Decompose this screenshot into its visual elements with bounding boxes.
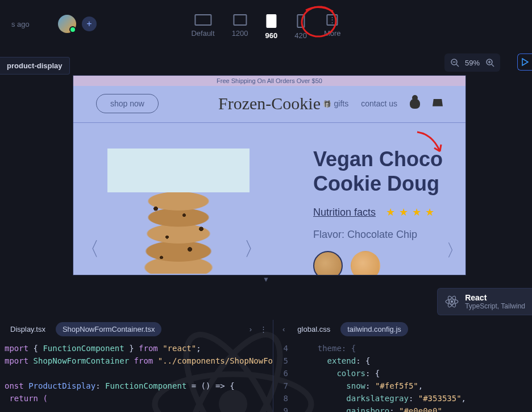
nav-gifts-link[interactable]: gifts: [323, 99, 348, 108]
zoom-value: 59%: [465, 59, 480, 67]
file-tab-globalcss[interactable]: global.css: [290, 322, 337, 336]
svg-point-8: [451, 300, 453, 303]
product-title: Vegan Choco Cookie Doug: [313, 147, 466, 196]
editor-pane-right: ‹ global.css tailwind.config.js 4 theme:…: [273, 320, 532, 412]
svg-line-2: [456, 64, 459, 67]
laptop-icon: [233, 14, 247, 26]
editor-area: Display.tsx ShopNowFormContainer.tsx › ⋮…: [0, 320, 532, 412]
viewport-default[interactable]: Default: [191, 9, 214, 38]
framework-subtitle: TypeScript, Tailwind: [465, 302, 525, 310]
zoom-out-button[interactable]: [449, 57, 460, 68]
cart-icon[interactable]: [433, 99, 443, 108]
viewport-more[interactable]: More: [324, 9, 341, 38]
framework-badge[interactable]: React TypeScript, Tailwind: [437, 288, 532, 315]
preview-canvas: Free Shipping On All Orders Over $50 sho…: [73, 75, 466, 275]
panel-resize-handle[interactable]: ▼: [263, 275, 269, 283]
file-tab-tailwind[interactable]: tailwind.config.js: [340, 322, 408, 336]
viewport-label: 1200: [232, 29, 248, 38]
shop-now-button[interactable]: shop now: [96, 94, 159, 113]
site-header: shop now Frozen-Cookie gifts contact us: [73, 86, 466, 123]
viewport-960[interactable]: 960: [265, 9, 278, 40]
zoom-out-icon: [450, 58, 459, 67]
code-editor-left[interactable]: mport { FunctionComponent } from "react"…: [0, 339, 273, 405]
file-tabs-left: Display.tsx ShopNowFormContainer.tsx › ⋮: [0, 320, 273, 339]
account-icon[interactable]: [410, 98, 420, 109]
desktop-icon: [194, 14, 211, 26]
header-nav: gifts contact us: [323, 98, 443, 109]
flavor-thumbnails: [313, 251, 466, 275]
nutrition-link[interactable]: Nutrition facts: [313, 207, 376, 219]
hero-section: 〈 〉 〉 Vegan Choco Cookie Doug Nutrition …: [73, 123, 466, 274]
viewport-label: 420: [294, 31, 307, 40]
breadcrumb[interactable]: product-display: [0, 57, 70, 75]
file-tab-shopnow[interactable]: ShopNowFormContainer.tsx: [56, 322, 162, 336]
carousel-prev[interactable]: 〈: [80, 236, 99, 262]
product-info: Vegan Choco Cookie Doug Nutrition facts …: [313, 147, 466, 275]
svg-line-5: [492, 64, 494, 67]
rendered-page: Free Shipping On All Orders Over $50 sho…: [73, 76, 466, 275]
viewport-selector: Default 1200 960 420 More: [191, 9, 340, 40]
viewport-1200[interactable]: 1200: [232, 9, 248, 38]
viewport-label: More: [324, 29, 341, 38]
add-button[interactable]: +: [82, 17, 97, 31]
flavor-label: Flavor: Chocolate Chip: [313, 229, 466, 241]
site-logo: Frozen-Cookie: [218, 94, 321, 113]
time-ago-label: s ago: [11, 20, 30, 28]
editor-pane-left: Display.tsx ShopNowFormContainer.tsx › ⋮…: [0, 320, 273, 412]
more-devices-icon: [327, 14, 338, 26]
file-tab-display[interactable]: Display.tsx: [3, 322, 52, 336]
zoom-in-icon: [485, 58, 494, 67]
tabs-scroll-left[interactable]: ‹: [280, 325, 287, 333]
viewport-label: 960: [265, 31, 278, 40]
flavor-thumb-2[interactable]: [351, 251, 380, 275]
viewport-420[interactable]: 420: [294, 9, 307, 40]
product-meta-row: Nutrition facts ★ ★ ★ ★: [313, 206, 466, 219]
promo-banner: Free Shipping On All Orders Over $50: [73, 76, 466, 86]
zoom-in-button[interactable]: [484, 57, 496, 68]
carousel-next[interactable]: 〉: [244, 236, 263, 262]
play-button[interactable]: [517, 53, 532, 71]
phone-icon: [297, 14, 305, 28]
play-icon: [522, 58, 529, 66]
top-toolbar: s ago + Default 1200 960 420 More: [0, 0, 532, 48]
viewport-label: Default: [191, 29, 214, 38]
tabs-scroll-right[interactable]: ›: [247, 325, 254, 333]
nav-contact-link[interactable]: contact us: [361, 99, 397, 108]
user-avatar[interactable]: [58, 15, 76, 33]
flavor-thumb-1[interactable]: [313, 251, 343, 275]
framework-title: React: [465, 293, 525, 302]
product-image: [107, 149, 250, 274]
zoom-controls: 59%: [444, 53, 500, 72]
rating-stars: ★ ★ ★ ★: [386, 206, 435, 219]
react-icon: [444, 294, 459, 309]
code-editor-right[interactable]: 4 theme: { 5 extend: { 6 colors: { 7 sno…: [273, 339, 532, 412]
tablet-icon: [266, 14, 276, 28]
tabs-more-button[interactable]: ⋮: [257, 325, 269, 333]
file-tabs-right: ‹ global.css tailwind.config.js: [273, 320, 532, 339]
